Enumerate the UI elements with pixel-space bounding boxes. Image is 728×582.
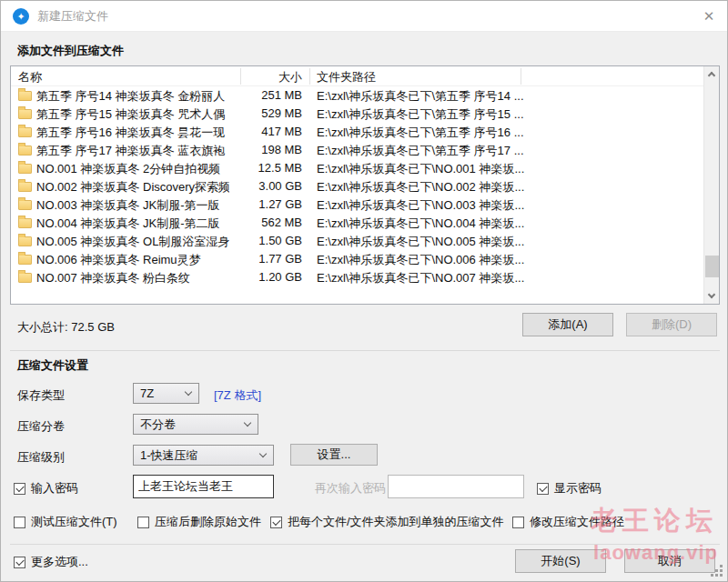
test-archive-label: 测试压缩文件(T) xyxy=(31,514,117,530)
volume-dropdown[interactable]: 不分卷 xyxy=(133,414,258,435)
table-row[interactable]: NO.006 神楽坂真冬 Reimu灵梦1.77 GBE:\zxl\神乐坂真冬已… xyxy=(11,250,703,268)
file-name: NO.003 神楽坂真冬 JK制服-第一版 xyxy=(36,197,229,214)
file-size: 1.50 GB xyxy=(229,234,302,247)
chevron-down-icon xyxy=(708,291,715,298)
password-input[interactable] xyxy=(133,475,274,498)
volume-value: 不分卷 xyxy=(140,417,176,431)
scrollbar-thumb[interactable] xyxy=(705,256,719,277)
reenter-password-input[interactable] xyxy=(388,475,524,498)
folder-icon xyxy=(18,182,32,192)
file-name: NO.007 神楽坂真冬 粉白条纹 xyxy=(36,270,229,286)
chevron-down-icon xyxy=(244,419,251,426)
file-name: 第五季 序号17 神楽坂真冬 蓝衣旗袍 xyxy=(36,143,229,159)
more-options-label: 更多选项... xyxy=(31,554,88,570)
file-size: 1.27 GB xyxy=(229,197,302,211)
file-name: NO.002 神楽坂真冬 Discovery探索频... xyxy=(36,179,229,196)
file-size: 562 MB xyxy=(229,216,302,229)
file-list-header[interactable]: 名称 大小 文件夹路径 xyxy=(11,66,719,86)
file-size: 417 MB xyxy=(229,125,302,138)
file-size: 198 MB xyxy=(229,143,302,156)
scroll-down-button[interactable] xyxy=(704,288,720,304)
file-path: E:\zxl\神乐坂真冬已下\第五季 序号14 ... xyxy=(317,88,524,105)
total-size-label: 大小总计: 72.5 GB xyxy=(17,319,115,336)
checkbox-box xyxy=(137,517,149,528)
reenter-password-label: 再次输入密码 xyxy=(315,480,386,497)
more-options-checkbox[interactable]: 更多选项... xyxy=(14,554,88,570)
checkbox-box xyxy=(537,483,549,495)
table-row[interactable]: NO.004 神楽坂真冬 JK制服-第二版562 MBE:\zxl\神乐坂真冬已… xyxy=(11,214,703,232)
separate-archive-label: 把每个文件/文件夹添加到单独的压缩文件 xyxy=(288,514,504,530)
folder-icon xyxy=(18,218,32,228)
column-divider xyxy=(521,68,521,85)
modify-path-checkbox[interactable]: 修改压缩文件路径 xyxy=(512,514,624,530)
file-size: 251 MB xyxy=(229,88,302,102)
file-path: E:\zxl\神乐坂真冬已下\NO.005 神楽坂... xyxy=(317,234,524,250)
app-icon: ✦ xyxy=(13,8,29,25)
password-checkbox[interactable]: 输入密码 xyxy=(14,480,78,497)
table-row[interactable]: NO.003 神楽坂真冬 JK制服-第一版1.27 GBE:\zxl\神乐坂真冬… xyxy=(11,196,703,214)
checkbox-box xyxy=(14,517,25,528)
test-archive-checkbox[interactable]: 测试压缩文件(T) xyxy=(14,514,117,530)
table-row[interactable]: 第五季 序号17 神楽坂真冬 蓝衣旗袍198 MBE:\zxl\神乐坂真冬已下\… xyxy=(11,141,703,159)
file-path: E:\zxl\神乐坂真冬已下\NO.001 神楽坂... xyxy=(317,161,524,177)
divider xyxy=(10,350,720,351)
file-path: E:\zxl\神乐坂真冬已下\第五季 序号15 ... xyxy=(317,106,524,123)
modify-path-label: 修改压缩文件路径 xyxy=(530,514,624,530)
add-files-section-title: 添加文件到压缩文件 xyxy=(17,43,124,59)
cancel-button[interactable]: 取消 xyxy=(624,549,715,573)
file-name: 第五季 序号15 神楽坂真冬 咒术人偶 xyxy=(36,106,229,123)
checkbox-box xyxy=(14,557,25,568)
folder-icon xyxy=(18,164,32,174)
table-row[interactable]: NO.007 神楽坂真冬 粉白条纹1.20 GBE:\zxl\神乐坂真冬已下\N… xyxy=(11,268,703,286)
show-password-label: 显示密码 xyxy=(554,480,602,497)
column-header-path[interactable]: 文件夹路径 xyxy=(317,69,376,85)
save-type-dropdown[interactable]: 7Z xyxy=(133,383,199,404)
file-list[interactable]: 名称 大小 文件夹路径 第五季 序号14 神楽坂真冬 金粉丽人251 MBE:\… xyxy=(10,65,720,305)
file-name: 第五季 序号14 神楽坂真冬 金粉丽人 xyxy=(36,88,229,105)
chevron-down-icon xyxy=(185,388,192,396)
table-row[interactable]: NO.001 神楽坂真冬 2分钟自拍视频12.5 MBE:\zxl\神乐坂真冬已… xyxy=(11,159,703,177)
checkbox-box xyxy=(512,517,524,528)
level-dropdown[interactable]: 1-快速压缩 xyxy=(133,445,274,466)
file-path: E:\zxl\神乐坂真冬已下\NO.003 神楽坂... xyxy=(317,197,524,214)
folder-icon xyxy=(18,127,32,137)
table-row[interactable]: NO.002 神楽坂真冬 Discovery探索频...3.00 GBE:\zx… xyxy=(11,177,703,196)
separate-archive-checkbox[interactable]: 把每个文件/文件夹添加到单独的压缩文件 xyxy=(270,514,504,530)
file-name: NO.001 神楽坂真冬 2分钟自拍视频 xyxy=(36,161,229,177)
column-divider xyxy=(240,68,241,85)
folder-icon xyxy=(18,91,32,101)
format-link[interactable]: [7Z 格式] xyxy=(214,387,261,404)
window-title: 新建压缩文件 xyxy=(37,1,108,31)
folder-icon xyxy=(18,255,32,265)
delete-original-checkbox[interactable]: 压缩后删除原始文件 xyxy=(137,514,261,530)
start-button[interactable]: 开始(S) xyxy=(515,549,606,573)
table-row[interactable]: 第五季 序号16 神楽坂真冬 昙花一现417 MBE:\zxl\神乐坂真冬已下\… xyxy=(11,123,703,141)
delete-button: 删除(D) xyxy=(626,313,717,336)
settings-section-title: 压缩文件设置 xyxy=(17,357,88,374)
table-row[interactable]: 第五季 序号15 神楽坂真冬 咒术人偶529 MBE:\zxl\神乐坂真冬已下\… xyxy=(11,105,703,123)
file-size: 1.20 GB xyxy=(229,270,302,284)
level-value: 1-快速压缩 xyxy=(140,448,198,462)
vertical-scrollbar[interactable] xyxy=(703,66,719,304)
close-icon[interactable]: ✕ xyxy=(691,1,727,31)
chevron-up-icon xyxy=(708,72,715,79)
save-type-label: 保存类型 xyxy=(17,387,65,404)
table-row[interactable]: 第五季 序号14 神楽坂真冬 金粉丽人251 MBE:\zxl\神乐坂真冬已下\… xyxy=(11,86,703,105)
file-name: NO.004 神楽坂真冬 JK制服-第二版 xyxy=(36,216,229,232)
delete-original-label: 压缩后删除原始文件 xyxy=(155,514,261,530)
column-header-name[interactable]: 名称 xyxy=(18,69,42,85)
add-button[interactable]: 添加(A) xyxy=(522,313,613,336)
file-size: 12.5 MB xyxy=(229,161,302,175)
checkbox-box xyxy=(14,483,25,495)
show-password-checkbox[interactable]: 显示密码 xyxy=(537,480,602,497)
level-settings-button[interactable]: 设置... xyxy=(290,444,378,466)
file-path: E:\zxl\神乐坂真冬已下\NO.007 神楽坂... xyxy=(317,270,524,286)
table-row[interactable]: NO.005 神楽坂真冬 OL制服浴室湿身1.50 GBE:\zxl\神乐坂真冬… xyxy=(11,232,703,250)
resize-grip-icon[interactable] xyxy=(711,565,723,577)
scroll-up-button[interactable] xyxy=(704,66,720,82)
file-path: E:\zxl\神乐坂真冬已下\NO.004 神楽坂... xyxy=(317,216,524,232)
file-path: E:\zxl\神乐坂真冬已下\第五季 序号17 ... xyxy=(317,143,524,159)
file-size: 1.77 GB xyxy=(229,252,302,266)
column-divider xyxy=(309,68,310,85)
file-path: E:\zxl\神乐坂真冬已下\第五季 序号16 ... xyxy=(317,125,524,141)
